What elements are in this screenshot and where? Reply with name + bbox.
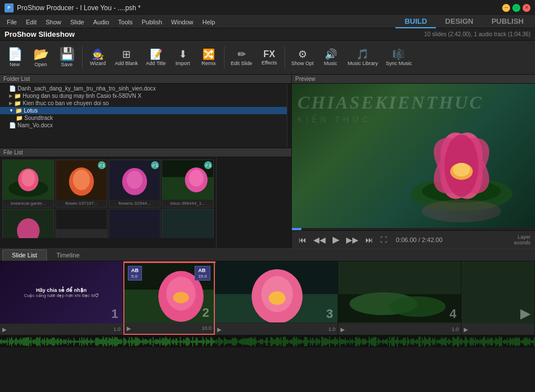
slide-3-play[interactable]: ▶ — [217, 326, 222, 333]
svg-rect-335 — [327, 338, 328, 344]
menu-window[interactable]: Window — [167, 18, 198, 27]
maximize-button[interactable]: □ — [512, 4, 520, 12]
folder-item-namvo[interactable]: 📄 Nam_Vo.docx — [0, 122, 287, 129]
svg-rect-401 — [402, 339, 403, 343]
tab-design[interactable]: DESIGN — [436, 15, 482, 28]
music-library-button[interactable]: 🎵 Music Library — [344, 43, 382, 72]
file-thumb-3[interactable]: ✓1 flowers-32944... — [109, 160, 161, 208]
slide-list-area: Hãy chia sẻ để nhận Cuộc sống tươi đẹp h… — [0, 261, 535, 335]
svg-rect-195 — [169, 339, 170, 343]
save-button[interactable]: 💾 Save — [54, 43, 79, 72]
svg-rect-246 — [226, 339, 227, 343]
svg-point-34 — [173, 292, 189, 303]
slide-4-play[interactable]: ▶ — [340, 326, 345, 333]
svg-rect-249 — [230, 339, 231, 343]
menu-edit[interactable]: Edit — [21, 18, 41, 27]
svg-rect-493 — [506, 340, 507, 343]
file-thumb-2[interactable]: ✓1 flower-197197... — [55, 160, 107, 208]
file-thumb-7[interactable] — [109, 209, 161, 238]
effects-icon: FX — [264, 50, 275, 59]
svg-rect-306 — [294, 337, 295, 346]
new-button[interactable]: 📄 New — [2, 43, 27, 72]
svg-rect-118 — [81, 337, 83, 346]
tab-publish[interactable]: PUBLISH — [482, 15, 533, 28]
remix-button[interactable]: 🔀 Remix — [196, 43, 221, 72]
folder-item-docx1[interactable]: 📄 Danh_sach_dang_ky_tam_tru_nha_tro_sinh… — [0, 85, 287, 92]
svg-rect-364 — [360, 338, 361, 344]
svg-rect-113 — [76, 341, 77, 342]
svg-rect-490 — [502, 341, 503, 342]
svg-rect-46 — [0, 339, 1, 343]
tab-timeline[interactable]: Timeline — [47, 249, 89, 261]
add-blank-button[interactable]: ⊞ Add Blank — [111, 43, 141, 72]
menu-help[interactable]: Help — [198, 18, 220, 27]
svg-rect-155 — [123, 337, 124, 346]
folder-item-soundtrack[interactable]: 📁 Soundtrack — [0, 114, 287, 122]
sync-music-button[interactable]: 🎼 Sync Music — [382, 43, 415, 72]
tab-build[interactable]: BUILD — [395, 15, 436, 28]
minimize-button[interactable]: ─ — [502, 4, 510, 12]
slide-cell-1[interactable]: Hãy chia sẻ để nhận Cuộc sống tươi đẹp h… — [0, 261, 123, 335]
file-scrollbar[interactable] — [216, 157, 221, 248]
slide-cell-5[interactable]: ▶ ▶ — [461, 261, 535, 335]
open-button[interactable]: 📂 Open — [28, 43, 53, 72]
separator-3 — [284, 46, 285, 69]
music-button[interactable]: 🔊 Music — [318, 43, 343, 72]
svg-rect-171 — [141, 340, 143, 343]
step-fwd-button[interactable]: ▶▶ — [344, 234, 361, 245]
svg-rect-343 — [336, 339, 337, 344]
step-back-button[interactable]: ◀◀ — [311, 234, 328, 245]
menu-show[interactable]: Show — [41, 18, 66, 27]
svg-rect-347 — [340, 339, 342, 344]
sync-music-icon: 🎼 — [392, 49, 405, 59]
skip-back-button[interactable]: ⏮ — [296, 234, 309, 245]
menu-publish[interactable]: Publish — [137, 18, 167, 27]
tab-slide-list[interactable]: Slide List — [2, 249, 47, 261]
edit-slide-button[interactable]: ✏ Edit Slide — [227, 43, 256, 72]
fullscreen-button[interactable]: ⛶ — [378, 235, 389, 245]
play-button[interactable]: ▶ — [330, 233, 342, 246]
svg-rect-392 — [391, 337, 392, 346]
slide-cell-3[interactable]: 3 ▶ 1.0 — [215, 261, 338, 335]
slide-cell-2[interactable]: AB5.0 AB15.0 2 ▶ 10.0 — [123, 261, 215, 335]
file-thumb-6[interactable] — [55, 209, 107, 238]
slide-1-text: Hãy chia sẻ để nhận Cuộc sống tươi đẹp h… — [21, 285, 101, 300]
close-button[interactable]: ✕ — [523, 4, 530, 12]
file-thumb-1[interactable]: botanical-garde... — [2, 160, 54, 208]
menu-tools[interactable]: Tools — [114, 18, 137, 27]
file-thumb-5[interactable] — [2, 209, 54, 238]
svg-rect-476 — [486, 339, 487, 343]
svg-rect-264 — [247, 338, 248, 344]
import-button[interactable]: ⬇ Import — [170, 43, 195, 72]
svg-rect-402 — [403, 338, 404, 345]
svg-rect-301 — [288, 341, 290, 342]
folder-item-lotus[interactable]: ▼ 📁 Lotus — [0, 107, 287, 114]
svg-rect-201 — [175, 338, 176, 345]
slide-5-play[interactable]: ▶ — [464, 326, 468, 333]
menu-slide[interactable]: Slide — [66, 18, 88, 27]
file-section: File List botanical-garde. — [0, 148, 291, 248]
svg-rect-458 — [466, 337, 467, 346]
svg-rect-453 — [460, 338, 461, 345]
folder-item-casio[interactable]: ▶ 📁 Huong dan su dung may tinh Casio fx-… — [0, 92, 287, 100]
folder-scrollbar[interactable] — [287, 84, 291, 148]
skip-fwd-button[interactable]: ⏭ — [363, 234, 376, 245]
waveform-display[interactable]: /* placeholder - will be generated below… — [0, 335, 535, 347]
slide-2-play[interactable]: ▶ — [127, 325, 131, 331]
effects-button[interactable]: FX Effects — [257, 43, 282, 72]
slide-1-play[interactable]: ▶ — [2, 326, 7, 333]
menu-audio[interactable]: Audio — [89, 18, 114, 27]
menu-file[interactable]: File — [2, 18, 21, 27]
window-controls[interactable]: ─ □ ✕ — [502, 4, 530, 12]
file-thumb-4[interactable]: ✓1 lotus-398444_1... — [162, 160, 214, 208]
sync-music-label: Sync Music — [386, 61, 412, 66]
folder-item-kien[interactable]: ▶ 📁 Kien thuc co ban ve chuyen doi so — [0, 100, 287, 107]
slide-cell-4[interactable]: 4 ▶ 1.0 — [338, 261, 461, 335]
wizard-button[interactable]: 🧙 Wizard — [85, 43, 110, 72]
svg-rect-216 — [192, 337, 193, 346]
svg-rect-141 — [107, 340, 109, 343]
show-opt-button[interactable]: ⚙ Show Opt — [288, 43, 317, 72]
file-thumb-8[interactable] — [162, 209, 214, 238]
add-title-button[interactable]: 📝 Add Title — [143, 43, 169, 72]
svg-rect-88 — [48, 338, 49, 344]
